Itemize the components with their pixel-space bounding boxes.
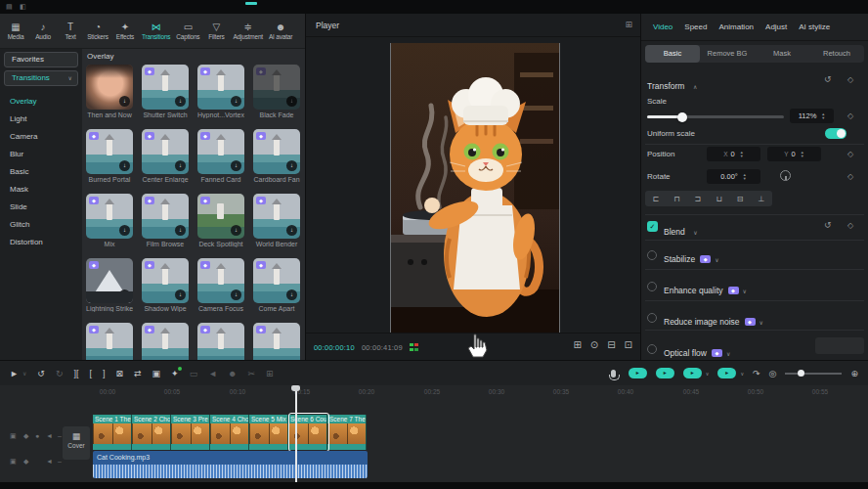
magic-tool-icon[interactable]: ✦ <box>171 369 179 378</box>
align-top-icon[interactable]: ⊔ <box>716 195 721 203</box>
toolbar-transitions[interactable]: ⋈Transitions <box>142 22 170 40</box>
snap-icon[interactable]: ↷ <box>753 369 760 378</box>
transition-come-apart[interactable]: ◆↓Come Apart <box>253 258 300 314</box>
sidebar-item-blur[interactable]: Blur <box>0 146 82 163</box>
scale-value-box[interactable]: 112% ▲▼ <box>790 109 834 123</box>
zoom-in-icon[interactable]: ⊕ <box>850 369 858 378</box>
transition-mix[interactable]: ◆↓Mix <box>86 194 133 249</box>
toolbar-captions[interactable]: ▭Captions <box>176 22 199 40</box>
mirror-icon[interactable]: ⇄ <box>134 369 142 378</box>
transition-hypnotic-vortex[interactable]: ◆↓Hypnot...Vortex <box>197 65 244 120</box>
cover-button[interactable]: ▦ Cover <box>63 426 90 460</box>
track-options-icon[interactable]: ▣ <box>10 458 17 466</box>
chevron-down-icon[interactable]: ∨ <box>740 371 744 377</box>
stabilize-checkbox[interactable] <box>647 250 657 260</box>
transition-camera-focus[interactable]: ◆↓Camera Focus <box>197 258 244 314</box>
toolbar-effects[interactable]: ✦Effects <box>114 22 136 40</box>
enhance-quality-checkbox[interactable] <box>647 282 657 291</box>
keyframe-blend-icon[interactable]: ◇ <box>847 221 853 230</box>
transition-lightning-strike[interactable]: ◆↓Lightning Strike <box>86 258 133 314</box>
timeline-area[interactable]: 00:00 00:05 00:10 00:15 00:20 00:25 00:3… <box>0 385 868 489</box>
ratio-icon[interactable]: ⊞ <box>573 339 581 350</box>
track-toggle-1[interactable]: ▸ <box>629 368 647 378</box>
transition-black-fade[interactable]: ◆↓Black Fade <box>253 65 300 120</box>
transition-partial[interactable]: ◆ <box>253 323 300 360</box>
tab-video[interactable]: Video <box>653 22 673 31</box>
clip-scene-2[interactable]: Scene 2 Cho <box>132 415 171 450</box>
track-toggle-3[interactable]: ▸ <box>683 368 702 378</box>
stabilize-section-header[interactable]: Stabilize◆∨ <box>664 248 719 266</box>
delete-icon[interactable]: ⊠ <box>115 369 123 378</box>
hide-track-icon[interactable]: ● <box>35 432 39 439</box>
audio-waveform[interactable] <box>93 465 368 478</box>
zoom-fit-icon[interactable]: ◎ <box>769 369 777 378</box>
redo-icon[interactable]: ↻ <box>56 369 64 378</box>
align-right-icon[interactable]: ⊐ <box>695 195 702 203</box>
track-toggle-2[interactable]: ▸ <box>656 368 674 378</box>
toolbar-ai-avatar[interactable]: ☻AI avatar <box>269 22 292 40</box>
video-preview[interactable] <box>390 43 560 333</box>
toolbar-filters[interactable]: ▽Filters <box>205 22 227 40</box>
category-dropdown[interactable]: Transitions ∨ <box>4 70 78 86</box>
select-tool-icon[interactable]: ► <box>10 369 19 378</box>
subtab-mask[interactable]: Mask <box>755 45 809 63</box>
align-left-icon[interactable]: ⊏ <box>653 195 660 203</box>
toolbar-text[interactable]: TText <box>60 22 81 40</box>
transition-fanned-card[interactable]: ◆↓Fanned Card <box>197 129 244 185</box>
transition-shutter-switch[interactable]: ◆↓Shutter Switch <box>142 65 189 120</box>
keyframe-position-icon[interactable]: ◇ <box>847 150 853 158</box>
position-x-stepper[interactable]: ▲▼ <box>740 151 744 158</box>
transition-shadow-wipe[interactable]: ◆↓Shadow Wipe <box>142 258 189 314</box>
sidebar-item-slide[interactable]: Slide <box>0 199 82 216</box>
transition-deck-spotlight[interactable]: ◆↓Deck Spotlight <box>197 194 244 249</box>
preview-focus-icon[interactable]: ⊙ <box>590 339 598 350</box>
toolbar-stickers[interactable]: ◔Stickers <box>87 22 108 40</box>
avatar-tool-icon[interactable]: ☻ <box>228 369 237 378</box>
track-handle-icon[interactable]: – <box>58 432 62 439</box>
subtab-remove-bg[interactable]: Remove BG <box>700 45 755 63</box>
transition-partial[interactable]: ◆ <box>86 323 133 360</box>
player-view-icon[interactable]: ⊞ <box>625 20 632 29</box>
transition-world-bender[interactable]: ◆↓World Bender <box>253 194 300 249</box>
reduce-noise-checkbox[interactable] <box>647 313 657 323</box>
sidebar-item-light[interactable]: Light <box>0 111 82 128</box>
select-caret-icon[interactable]: ∨ <box>22 370 26 377</box>
transition-center-enlarge[interactable]: ◆↓Center Enlarge <box>142 129 189 185</box>
transform-section-header[interactable]: Transform ∧ <box>647 75 697 93</box>
sidebar-item-camera[interactable]: Camera <box>0 128 82 146</box>
mask-tool-icon[interactable]: ▭ <box>190 369 198 378</box>
reduce-noise-section-header[interactable]: Reduce image noise◆∨ <box>664 311 763 329</box>
trim-right-icon[interactable]: ] <box>103 369 106 378</box>
rotate-stepper[interactable]: ▲▼ <box>743 173 747 181</box>
align-bottom-icon[interactable]: ⊥ <box>758 195 764 203</box>
subtab-basic[interactable]: Basic <box>645 45 700 63</box>
clip-scene-4[interactable]: Scene 4 Cho <box>210 415 249 450</box>
mute-track-icon[interactable]: ◄ <box>46 432 53 439</box>
sidebar-item-basic[interactable]: Basic <box>0 163 82 181</box>
quality-icon[interactable]: ⊟ <box>607 339 615 350</box>
sidebar-item-overlay[interactable]: Overlay <box>0 93 82 111</box>
playhead-line[interactable] <box>295 385 297 484</box>
sidebar-item-distortion[interactable]: Distortion <box>0 234 82 251</box>
microphone-icon[interactable] <box>611 370 616 378</box>
transition-burned-portal[interactable]: ◆↓Burned Portal <box>86 129 133 185</box>
playhead-handle[interactable] <box>291 385 300 391</box>
clip-scene-7[interactable]: Scene 7 The <box>327 415 367 450</box>
rotate-field[interactable]: 0.00° ▲▼ <box>707 169 760 184</box>
track-options-icon[interactable]: ▣ <box>10 432 17 440</box>
scale-stepper[interactable]: ▲▼ <box>821 112 825 120</box>
transition-cardboard-fan[interactable]: ◆↓Cardboard Fan <box>253 129 300 185</box>
undo-icon[interactable]: ↺ <box>37 369 45 378</box>
mute-track-icon[interactable]: ◄ <box>46 458 53 465</box>
enhance-quality-section-header[interactable]: Enhance quality◆∨ <box>664 280 747 297</box>
layout-tool-icon[interactable]: ⊞ <box>266 369 274 378</box>
keyframe-rotate-icon[interactable]: ◇ <box>847 172 853 181</box>
uniform-scale-toggle[interactable] <box>825 128 846 139</box>
toolbar-media[interactable]: ▦Media <box>5 22 26 40</box>
fullscreen-icon[interactable]: ⊡ <box>625 339 632 350</box>
reset-blend-icon[interactable]: ↺ <box>824 220 832 230</box>
trim-left-icon[interactable]: [ <box>89 369 92 378</box>
clip-scene-1[interactable]: Scene 1 The E <box>93 415 132 450</box>
position-y-stepper[interactable]: ▲▼ <box>801 151 804 158</box>
sidebar-item-glitch[interactable]: Glitch <box>0 216 82 234</box>
